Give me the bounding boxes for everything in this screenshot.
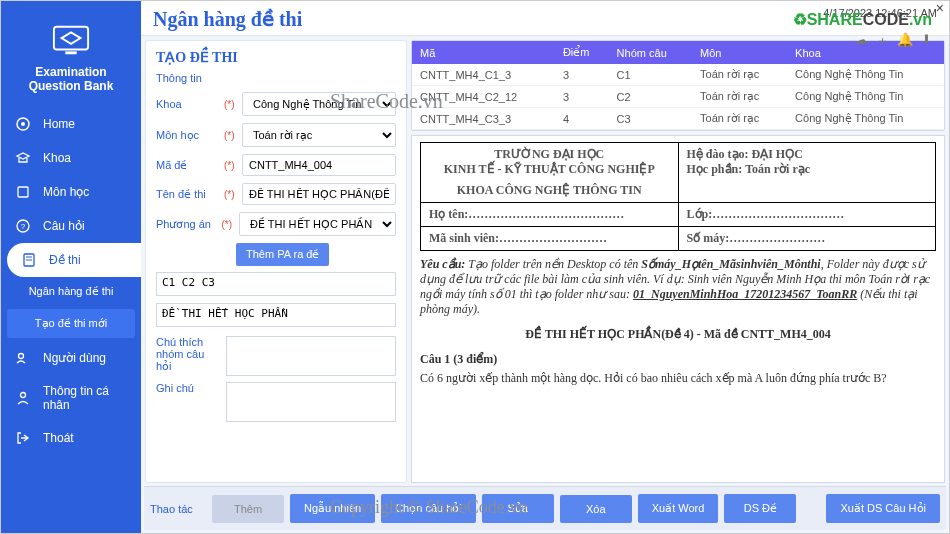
window-close-icon[interactable]: × [936, 0, 944, 16]
doc-univ2: KINH TẾ - KỸ THUẬT CÔNG NGHIỆP [429, 162, 670, 177]
label-tende: Tên đề thi [156, 188, 220, 201]
input-groups[interactable]: C1 C2 C3 [156, 272, 396, 296]
doc-q1-body: Có 6 người xếp thành một hàng dọc. Hỏi c… [420, 371, 936, 386]
form-subtitle: Thông tin [156, 72, 396, 84]
th-ma[interactable]: Mã [412, 41, 555, 64]
btn-add-pa[interactable]: Thêm PA ra đề [236, 243, 329, 266]
nav-dethi-label: Đề thi [49, 253, 81, 267]
btn-xoa[interactable]: Xóa [560, 495, 632, 523]
cell-mon: Toán rời rạc [692, 64, 787, 86]
brand-line1: Examination [5, 65, 137, 79]
bottom-toolbar: Thao tác Thêm Ngẫu nhiên Chọn câu hỏi Sử… [144, 486, 946, 530]
cell-nhom: C2 [609, 86, 692, 108]
doc-hp-l: Học phần: [687, 162, 743, 176]
input-made[interactable] [242, 154, 396, 176]
cell-diem: 4 [555, 108, 609, 130]
exit-icon [15, 430, 31, 446]
doc-req-b1: Sốmáy_Họtên_Mãsinhviên_Mônthi [641, 257, 820, 271]
select-phuongan[interactable]: ĐỀ THI HẾT HỌC PHẦN [239, 212, 396, 236]
doc-somay: Số máy:…………………… [687, 231, 826, 245]
doc-univ1: TRƯỜNG ĐẠI HỌC [429, 147, 670, 162]
input-paname[interactable]: ĐỀ THI HẾT HỌC PHẦN [156, 303, 396, 327]
th-mon[interactable]: Môn [692, 41, 787, 64]
nav-profile-label: Thông tin cá nhân [43, 384, 127, 412]
btn-word[interactable]: Xuất Word [638, 494, 719, 523]
topbar-mini-icons: ☁ ＋ 🔔 ⬇ [855, 32, 932, 50]
nav-home-label: Home [43, 117, 75, 131]
th-nhom[interactable]: Nhóm câu [609, 41, 692, 64]
book-icon [15, 184, 31, 200]
req-mark: (*) [224, 189, 238, 200]
cloud-icon: ☁ [855, 32, 868, 50]
nav-khoa-label: Khoa [43, 151, 71, 165]
cell-khoa: Công Nghệ Thông Tin [787, 86, 944, 108]
req-mark: (*) [224, 99, 238, 110]
req-mark: (*) [224, 130, 238, 141]
cell-nhom: C1 [609, 64, 692, 86]
watermark-center: ShareCode.vn [330, 90, 443, 113]
cell-nhom: C3 [609, 108, 692, 130]
school-icon [15, 150, 31, 166]
nav-cauhoi-label: Câu hỏi [43, 219, 85, 233]
btn-dsde[interactable]: DS Đề [724, 494, 796, 523]
row-phuongan: Phương án(*) ĐỀ THI HẾT HỌC PHẦN [156, 212, 396, 236]
brand-logo-icon [48, 21, 94, 59]
form-section-title: TẠO ĐỀ THI [156, 49, 396, 66]
btn-them: Thêm [212, 495, 284, 523]
input-ghichu[interactable] [226, 382, 396, 422]
svg-point-11 [21, 393, 26, 398]
cell-ma: CNTT_MH4_C1_3 [412, 64, 555, 86]
svg-text:?: ? [21, 222, 26, 231]
label-monhoc: Môn học [156, 129, 220, 142]
nav-khoa[interactable]: Khoa [1, 141, 141, 175]
right-panel: Mã Điểm Nhóm câu Môn Khoa CNTT_MH4_C1_33… [411, 40, 945, 483]
doc-q1: Câu 1 (3 điểm) [420, 352, 936, 367]
doc-hedt-l: Hệ đào tạo: [687, 147, 749, 161]
brand-block: Examination Question Bank [1, 11, 141, 107]
question-table: Mã Điểm Nhóm câu Môn Khoa CNTT_MH4_C1_33… [411, 40, 945, 131]
users-icon [15, 350, 31, 366]
cell-mon: Toán rời rạc [692, 108, 787, 130]
table-row[interactable]: CNTT_MH4_C3_34C3Toán rời rạcCông Nghệ Th… [412, 108, 944, 130]
sidebar: Examination Question Bank Home Khoa Môn … [1, 1, 141, 533]
th-diem[interactable]: Điểm [555, 41, 609, 64]
subnav-create[interactable]: Tạo đề thi mới [7, 309, 135, 338]
table-row[interactable]: CNTT_MH4_C2_123C2Toán rời rạcCông Nghệ T… [412, 86, 944, 108]
input-tende[interactable] [242, 183, 396, 205]
doc-req-t1: Tạo folder trên nền Desktop có tên [468, 257, 641, 271]
home-icon [15, 116, 31, 132]
table-row[interactable]: CNTT_MH4_C1_33C1Toán rời rạcCông Nghệ Th… [412, 64, 944, 86]
cell-mon: Toán rời rạc [692, 86, 787, 108]
label-made: Mã đề [156, 159, 220, 172]
nav-profile[interactable]: Thông tin cá nhân [1, 375, 141, 421]
cell-diem: 3 [555, 86, 609, 108]
document-preview[interactable]: TRƯỜNG ĐẠI HỌC KINH TẾ - KỸ THUẬT CÔNG N… [411, 135, 945, 483]
cell-khoa: Công Nghệ Thông Tin [787, 108, 944, 130]
nav-nguoidung[interactable]: Người dùng [1, 341, 141, 375]
nav-dethi[interactable]: Đề thi [7, 243, 141, 277]
watermark-bottom: Copyright © ShareCode.vn [330, 497, 527, 518]
svg-point-3 [21, 122, 25, 126]
svg-rect-4 [18, 187, 28, 197]
nav-home[interactable]: Home [1, 107, 141, 141]
nav-exit[interactable]: Thoát [1, 421, 141, 455]
doc-hoten: Họ tên:………………………………… [429, 207, 624, 221]
nav-cauhoi[interactable]: ?Câu hỏi [1, 209, 141, 243]
nav-monhoc[interactable]: Môn học [1, 175, 141, 209]
nav-users-label: Người dùng [43, 351, 106, 365]
watermark-logo: ♻SHARECODE.vn [793, 10, 932, 29]
btn-dscauhoi[interactable]: Xuất DS Câu Hỏi [826, 494, 940, 523]
input-chuthich[interactable] [226, 336, 396, 376]
doc-lop: Lớp:…………………………… [687, 207, 845, 221]
label-khoa: Khoa [156, 98, 220, 110]
nav: Home Khoa Môn học ?Câu hỏi Đề thi Ngân h… [1, 107, 141, 455]
subnav-bank[interactable]: Ngân hàng đề thi [1, 277, 141, 306]
doc-req-l: Yêu cầu: [420, 257, 465, 271]
select-monhoc[interactable]: Toán rời rạc [242, 123, 396, 147]
row-tende: Tên đề thi(*) [156, 183, 396, 205]
profile-icon [15, 390, 31, 406]
label-chuthich: Chú thích nhóm câu hỏi [156, 336, 220, 376]
cell-khoa: Công Nghệ Thông Tin [787, 64, 944, 86]
label-phuongan: Phương án [156, 218, 218, 231]
row-made: Mã đề(*) [156, 154, 396, 176]
